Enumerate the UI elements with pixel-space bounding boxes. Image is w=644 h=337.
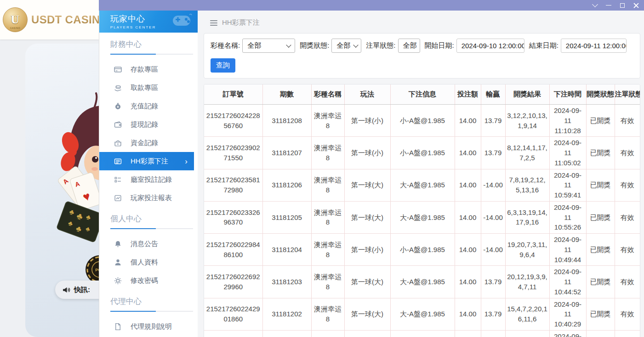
table-cell: 有效 [615,298,640,330]
table-cell: 2024-09-11 11:05:02 [549,137,586,169]
sidebar-section-title: 財務中心 [110,39,193,50]
table-cell: 第一球(小) [344,137,390,169]
table-cell: 第一球(小) [344,105,390,137]
table-cell: 31181205 [262,201,311,233]
table-cell: 2152172602390271550 [204,137,262,169]
sidebar-item[interactable]: 代理規則說明 [99,317,198,336]
table-cell: 澳洲幸运8 [311,330,344,337]
moneybag-icon [114,102,122,110]
sidebar-item-label: 修改密碼 [131,276,158,285]
sidebar-item[interactable]: 取款專區 [99,79,198,97]
column-header: 下注信息 [390,84,455,105]
column-header: 開獎狀態 [586,84,615,105]
bell-icon [114,240,122,248]
table-cell: 31181206 [262,169,311,201]
close-button[interactable] [629,0,643,11]
table-cell: 14.00 [455,234,481,266]
table-cell: 13.79 [481,137,505,169]
table-cell: 2024-09-11 10:40:29 [549,298,586,330]
table-cell: 澳洲幸运8 [311,169,344,201]
table-row: 215217260220926945031181201澳洲幸运8第一球(大)大-… [204,330,640,337]
draw-status-select-value: 全部 [336,41,350,50]
minimize-button[interactable] [602,0,616,11]
sidebar-item[interactable]: 提現記錄 [99,115,198,134]
table-cell: 2152172602298486100 [204,234,262,266]
column-header: 開獎結果 [505,84,549,105]
sidebar-item[interactable]: 充值記錄 [99,97,198,115]
order-status-select[interactable]: 全部 [398,39,420,53]
table-cell: 有效 [615,330,640,337]
end-date-input[interactable]: 2024-09-11 12:00:00 [561,39,627,53]
table-cell: 大-A盤@1.985 [390,266,455,298]
table-cell: 14.00 [455,169,481,201]
draw-status-select-label: 開獎狀態: [300,41,329,50]
underlying-page: A ♥ A ♥ ♣ ♣ ♣ ♣ ♣ ♣ [0,0,99,337]
sidebar-item[interactable]: HH彩票下注› [99,152,194,170]
table-cell: 6,13,20,4,14,7,9,15 [505,330,549,337]
window-titlebar [99,0,644,11]
table-cell: 2152172602332696370 [204,201,262,233]
site-header: U CASINO USDT CASINO [0,0,99,39]
table-cell: 14.00 [455,330,481,337]
gear-icon [114,277,122,285]
table-cell: 有效 [615,137,640,169]
sidebar-item-label: 充值記錄 [131,102,158,111]
close-icon [633,3,639,8]
sidebar-header: 玩家中心 PLAYERS CENTER [99,11,198,33]
table-cell: 2024-09-11 10:44:52 [549,266,586,298]
wallet-icon [114,121,122,129]
table-cell: -14.00 [481,234,505,266]
draw-status-select[interactable]: 全部 [331,39,361,53]
table-cell: 31181201 [262,330,311,337]
table-cell: 2024-09-11 10:59:41 [549,169,586,201]
table-cell: 有效 [615,266,640,298]
table-cell: 大-A盤@1.985 [390,169,455,201]
sidebar-item[interactable]: 存款專區 [99,60,198,79]
section-divider [110,54,193,55]
table-cell: 14.00 [455,105,481,137]
maximize-button[interactable] [616,0,629,11]
sidebar-item-label: 個人資料 [131,258,158,267]
sidebar-item[interactable]: 修改密碼 [99,271,198,290]
table-cell: 13.79 [481,298,505,330]
order-status-select-label: 注單狀態: [366,41,395,50]
table-cell: 13.79 [481,105,505,137]
menu-toggle-icon[interactable] [210,20,217,26]
table-cell: 6,3,13,19,14,17,9,16 [505,201,549,233]
withdraw-hand-icon [114,84,122,92]
chevron-down-button[interactable] [588,0,602,11]
table-cell: 已開獎 [586,201,615,233]
sidebar-item-label: 玩家投注報表 [131,194,172,202]
sidebar-item[interactable]: 玩家投注報表 [99,189,198,207]
sidebar-item[interactable]: 消息公告 [99,235,198,253]
table-cell: 14.00 [455,201,481,233]
sidebar-item-label: 提現記錄 [131,120,158,129]
table-cell: 澳洲幸运8 [311,137,344,169]
speaker-icon [63,286,70,294]
lottery-type-select-label: 彩種名稱: [211,41,240,50]
lottery-type-select[interactable]: 全部 [242,39,295,53]
sidebar-item[interactable]: 資金記錄 [99,134,198,152]
sidebar-item-label: 取款專區 [131,84,158,92]
section-divider [110,311,193,312]
table-cell: 已開獎 [586,298,615,330]
main-content: HH彩票下注 彩種名稱:全部開獎狀態:全部注單狀態:全部開始日期:2024-09… [198,11,644,337]
table-cell: 2024-09-11 11:10:28 [549,105,586,137]
maximize-icon [620,3,625,8]
bets-table-panel: 訂單號期數彩種名稱玩法下注信息投注額輸贏開獎結果下注時間開獎狀態注單狀態 215… [204,84,640,337]
table-cell: 2024-09-11 10:55:26 [549,201,586,233]
purse-icon [114,139,122,147]
start-date-input-label: 開始日期: [425,41,454,50]
end-date-input-value: 2024-09-11 12:00:00 [566,42,627,50]
sidebar-item[interactable]: 廳室投註記錄 [99,170,198,189]
start-date-input[interactable]: 2024-09-10 12:00:00 [456,39,524,53]
order-status-select-value: 全部 [403,41,417,50]
table-cell: 有效 [615,201,640,233]
table-cell: 澳洲幸运8 [311,298,344,330]
table-cell: 第一球(大) [344,330,390,337]
sidebar-item-label: HH彩票下注 [131,157,168,166]
table-cell: 第一球(大) [344,298,390,330]
hall-records-icon [114,176,122,184]
sidebar-item[interactable]: 個人資料 [99,253,198,271]
search-button[interactable]: 查詢 [211,58,235,73]
